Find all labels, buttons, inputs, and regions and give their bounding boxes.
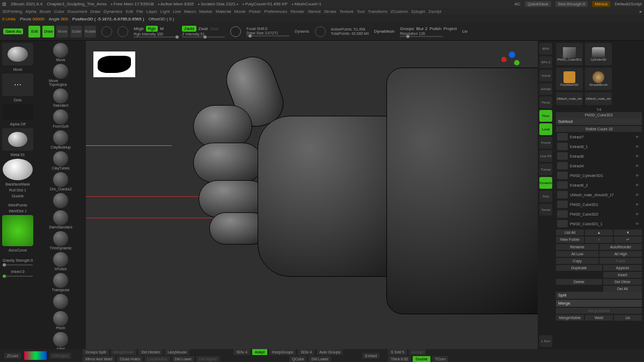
spix-button[interactable]: SPix 3 bbox=[539, 56, 552, 68]
silhouette-thumbnail[interactable] bbox=[93, 51, 135, 77]
autoreorder-button[interactable]: AutoReorder bbox=[599, 244, 642, 250]
draw-size[interactable]: Draw Size 3.67271 bbox=[246, 31, 289, 35]
default-zscript[interactable]: DefaultZScript bbox=[614, 2, 642, 6]
transp-button[interactable]: Transp bbox=[539, 164, 552, 175]
frame-button[interactable]: Frame bbox=[539, 137, 552, 149]
zadd-button[interactable]: Zadd bbox=[182, 26, 196, 32]
menu-item[interactable]: Light bbox=[160, 9, 170, 14]
menu-item[interactable]: Render bbox=[290, 9, 304, 14]
close-icon[interactable]: ▸ bbox=[640, 9, 642, 14]
z-intensity[interactable]: Z Intensity 51 bbox=[182, 32, 225, 36]
tool-name[interactable]: PM3D_Cube3D1 bbox=[556, 112, 642, 118]
subtool-item[interactable]: PM3D_Cube3D1_1👁 bbox=[556, 219, 642, 228]
weld-toggle[interactable]: Weld bbox=[585, 315, 613, 321]
menu-item[interactable]: Zscript bbox=[428, 9, 441, 14]
subtool-item[interactable]: PM3D_Cube3D2👁 bbox=[556, 209, 642, 219]
menu-item[interactable]: Color bbox=[54, 9, 64, 14]
tool-thumb[interactable]: SimpleBrush bbox=[585, 68, 612, 90]
backface-label[interactable]: BackfaceMask bbox=[5, 182, 30, 186]
mirrorweld-button[interactable]: Mirror And Weld bbox=[83, 356, 115, 362]
blur[interactable]: Blur 2 bbox=[416, 26, 428, 31]
fillobject-button[interactable]: FillObject bbox=[50, 353, 71, 359]
tool-thumb[interactable]: Cylinder3D bbox=[585, 43, 612, 65]
imbed-slider[interactable]: Imbed 0 bbox=[11, 270, 24, 274]
newfolder-button[interactable]: New Folder bbox=[556, 237, 584, 243]
extract-button[interactable]: Extract bbox=[362, 353, 379, 359]
groups[interactable]: Groups bbox=[400, 26, 414, 31]
lsym-button[interactable]: L.Sym bbox=[539, 335, 552, 347]
xpose-button[interactable]: Xpose bbox=[539, 204, 552, 216]
bpr-button[interactable]: BPR bbox=[539, 43, 552, 55]
closeholes-button[interactable]: Close Holes bbox=[117, 356, 143, 362]
tool-thumb[interactable]: PM3D_Cube3D1 bbox=[556, 43, 583, 65]
qcube-button[interactable]: QCube bbox=[289, 356, 306, 362]
brush-item[interactable]: ClayBuildup bbox=[49, 130, 72, 149]
menu-item[interactable]: Brush bbox=[40, 9, 51, 14]
focal-shift[interactable]: Focal Shift 0 bbox=[246, 27, 289, 31]
lazymouse-button[interactable]: LazyMouse bbox=[165, 349, 189, 355]
polish[interactable]: Polish bbox=[429, 26, 441, 31]
rgb-intensity[interactable]: Rgb Intensity 100 bbox=[134, 32, 177, 36]
brush-item[interactable]: Move bbox=[49, 43, 72, 62]
weld-points[interactable]: WeldPoints bbox=[8, 203, 27, 207]
menus-button[interactable]: Menus bbox=[592, 1, 610, 7]
persp-button[interactable]: Persp bbox=[539, 97, 552, 108]
delother-button[interactable]: Del Other bbox=[603, 279, 642, 285]
up-button[interactable]: ▲ bbox=[585, 230, 613, 235]
delhidden-button[interactable]: Del Hidden bbox=[138, 349, 163, 355]
live-button[interactable]: Liv bbox=[462, 29, 467, 34]
tool-thumb[interactable]: UMesh_male_zbr bbox=[556, 92, 583, 105]
folder-up[interactable]: ↑ bbox=[585, 237, 613, 243]
gravity-slider[interactable]: Gravity Strength 0 bbox=[3, 258, 33, 262]
move-button[interactable]: Move bbox=[56, 26, 68, 38]
append-button[interactable]: Append bbox=[603, 265, 642, 271]
thick-slider[interactable]: Thick 0.02 bbox=[388, 356, 411, 362]
subtool-item[interactable]: Extract8_1👁 bbox=[556, 142, 642, 151]
dellower-button[interactable]: Del Lower bbox=[172, 356, 195, 362]
allhigh-button[interactable]: All High bbox=[599, 251, 642, 257]
double-toggle[interactable]: Double bbox=[12, 194, 24, 198]
subtool-item[interactable]: PM3D_Cube3D1👁 bbox=[556, 200, 642, 209]
copy-button[interactable]: Copy bbox=[556, 258, 598, 264]
split-header[interactable]: Split bbox=[556, 292, 642, 299]
zsub-button[interactable]: Zsub bbox=[199, 26, 208, 31]
brush-item[interactable]: DamStandard bbox=[49, 210, 72, 229]
gyro-icon[interactable] bbox=[101, 26, 112, 37]
brush-item[interactable]: TrimDynamic bbox=[49, 231, 72, 250]
menu-item[interactable]: Dynamics bbox=[104, 9, 122, 14]
weld-dist[interactable]: WeldDist 1 bbox=[9, 209, 27, 213]
brush-item[interactable]: Pinch bbox=[49, 311, 72, 330]
menu-item[interactable]: File bbox=[136, 9, 143, 14]
menu-item[interactable]: ZCustom bbox=[391, 9, 408, 14]
menu-item[interactable]: Alpha bbox=[25, 9, 36, 14]
zcut-button[interactable]: Zcut bbox=[210, 26, 218, 31]
menu-item[interactable]: Texture bbox=[340, 9, 354, 14]
material-slot[interactable] bbox=[2, 128, 33, 151]
menu-item[interactable]: Layer bbox=[147, 9, 157, 14]
rgb-button[interactable]: Rgb bbox=[146, 26, 158, 32]
rename-button[interactable]: Rename bbox=[556, 244, 598, 250]
menu-item[interactable]: Stroke bbox=[324, 9, 336, 14]
quicksave-button[interactable]: QuickSave bbox=[525, 1, 551, 7]
mergesimilar[interactable]: MergeSimilar bbox=[556, 308, 642, 314]
menu-item[interactable]: Tool bbox=[357, 9, 365, 14]
visible-count[interactable]: Visible Count 10 bbox=[556, 126, 642, 132]
menu-item[interactable]: Preferences bbox=[264, 9, 287, 14]
duplicate-button[interactable]: Duplicate bbox=[556, 265, 602, 271]
menu-item[interactable]: Macro bbox=[184, 9, 196, 14]
alllow-button[interactable]: All Low bbox=[556, 251, 598, 257]
tool-thumb[interactable]: PolyMesh3D bbox=[556, 68, 583, 90]
mrgb[interactable]: Mrgb bbox=[134, 26, 143, 31]
delete-button[interactable]: Delete bbox=[556, 279, 602, 285]
menu-item[interactable]: Draw bbox=[90, 9, 100, 14]
sdiv2-slider[interactable]: SDiv 4 bbox=[298, 349, 314, 355]
groupssplit-button[interactable]: Groups Split bbox=[83, 349, 109, 355]
menu-item[interactable]: Zplugin bbox=[411, 9, 425, 14]
brush-item[interactable]: Orb_Cracks2 bbox=[49, 172, 72, 191]
dynamic-button[interactable]: Dynamic bbox=[539, 177, 552, 189]
mergevisible[interactable]: MergeVisible bbox=[556, 315, 584, 321]
m-button[interactable]: M bbox=[160, 26, 164, 31]
brush-item[interactable]: Transpose bbox=[49, 273, 72, 292]
stroke-slot[interactable]: ⋯ bbox=[2, 73, 33, 96]
subtool-item[interactable]: Extract8👁 bbox=[556, 151, 642, 161]
